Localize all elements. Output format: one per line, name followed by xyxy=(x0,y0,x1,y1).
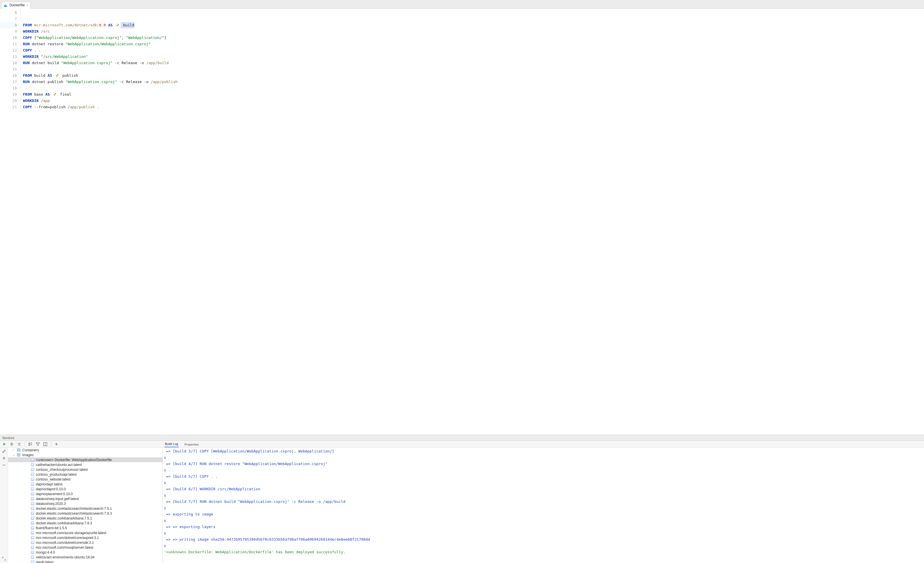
svg-rect-11 xyxy=(30,445,32,445)
image-item[interactable]: mongo:4.4.0 xyxy=(8,550,162,555)
image-icon xyxy=(31,473,34,476)
svg-rect-0 xyxy=(4,5,5,6)
image-item[interactable]: nektos/act-environments-ubuntu:18.04 xyxy=(8,555,162,560)
hammer-icon xyxy=(53,93,57,96)
image-icon xyxy=(31,458,34,461)
hammer-icon xyxy=(55,73,59,78)
tab-build-log[interactable]: Build Log xyxy=(164,441,179,447)
filter-icon[interactable] xyxy=(35,442,40,447)
image-item[interactable]: docker.elastic.co/elasticsearch/elastics… xyxy=(8,506,162,511)
file-tab-dockerfile[interactable]: Dockerfile × xyxy=(2,2,30,9)
image-item[interactable]: mcr.microsoft.com/dotnet/core/aspnet:3.1 xyxy=(8,535,162,540)
image-item[interactable]: mcr.microsoft.com/mssql/server:latest xyxy=(8,545,162,550)
image-icon xyxy=(31,541,34,544)
image-icon xyxy=(31,478,34,481)
image-icon xyxy=(31,492,34,496)
image-item[interactable]: mcr.microsoft.com/azure-storage/azurite:… xyxy=(8,530,162,535)
image-icon xyxy=(31,536,34,539)
image-item[interactable]: catthehacker/ubuntu:act-latest xyxy=(8,462,162,467)
image-icon xyxy=(31,507,34,510)
image-item[interactable]: docker.elastic.co/kibana/kibana:7.9.3 xyxy=(8,521,162,526)
image-item[interactable]: mcr.microsoft.com/dotnet/core/sdk:3.1 xyxy=(8,540,162,545)
grid-icon xyxy=(17,453,21,457)
editor-code[interactable]: FROM mcr.microsoft.com/dotnet/sdk:6.0 AS… xyxy=(21,9,924,112)
svg-rect-2 xyxy=(6,5,7,6)
image-icon xyxy=(31,497,34,500)
services-panel-title[interactable]: Services xyxy=(0,435,924,441)
svg-rect-5 xyxy=(56,75,57,77)
image-item[interactable]: neo4j:latest xyxy=(8,560,162,563)
docker-file-icon xyxy=(4,3,8,7)
plus-icon[interactable] xyxy=(2,456,7,461)
svg-rect-4 xyxy=(116,25,118,26)
image-item[interactable]: <unknown> Dockerfile: WebApplication/Doc… xyxy=(8,457,162,462)
image-icon xyxy=(31,560,34,563)
image-item[interactable]: docker.elastic.co/elasticsearch/elastics… xyxy=(8,511,162,516)
svg-rect-3 xyxy=(5,4,6,5)
layout-icon[interactable] xyxy=(43,442,48,447)
image-item[interactable]: docker.elastic.co/kibana/kibana:7.5.1 xyxy=(8,516,162,521)
image-icon xyxy=(31,502,34,505)
collapse-all-icon[interactable] xyxy=(16,442,22,447)
close-icon[interactable]: × xyxy=(26,3,28,7)
file-tab-label: Dockerfile xyxy=(9,3,25,7)
code-editor[interactable]: 6789101112131415161718192021 FROM mcr.mi… xyxy=(0,9,924,112)
image-item[interactable]: contoso_website:latest xyxy=(8,477,162,482)
edit-icon[interactable] xyxy=(2,449,7,454)
services-tool-window: Services xyxy=(0,435,924,563)
image-icon xyxy=(31,531,34,535)
image-icon xyxy=(31,556,34,559)
image-item[interactable]: daprio/daprd:0.10.0 xyxy=(8,487,162,491)
image-icon xyxy=(31,468,34,471)
image-icon xyxy=(31,526,34,530)
add-service-icon[interactable] xyxy=(54,442,59,447)
image-icon xyxy=(31,551,34,554)
image-icon xyxy=(31,521,34,525)
svg-rect-6 xyxy=(54,94,55,96)
services-side-toolbar xyxy=(0,448,8,563)
image-item[interactable]: daprio/placement:0.10.0 xyxy=(8,491,162,496)
svg-rect-1 xyxy=(5,5,6,6)
svg-rect-9 xyxy=(28,445,30,446)
image-icon xyxy=(31,482,34,486)
hammer-icon xyxy=(116,23,120,27)
log-tab-strip: Build Log Properties xyxy=(163,441,924,448)
group-by-icon[interactable] xyxy=(28,442,33,447)
tree-node[interactable]: ›Containers xyxy=(8,448,162,452)
image-item[interactable]: fluent/fluent-bit:1.5.5 xyxy=(8,526,162,530)
expand-all-icon[interactable] xyxy=(9,442,14,447)
image-item[interactable]: contoso_checkoutprocessor:latest xyxy=(8,467,162,472)
editor-tab-strip: Dockerfile × xyxy=(0,0,924,9)
svg-rect-8 xyxy=(28,443,30,444)
svg-rect-10 xyxy=(30,443,32,443)
editor-gutter: 6789101112131415161718192021 xyxy=(0,9,21,112)
image-icon xyxy=(31,463,34,466)
services-tree[interactable]: ›Containers⌄Images<unknown> Dockerfile: … xyxy=(8,448,163,563)
grid-icon xyxy=(17,448,21,452)
run-icon[interactable] xyxy=(2,442,7,447)
build-log-output[interactable]: => [build 3/7] COPY [WebApplication/WebA… xyxy=(163,448,924,563)
tab-properties[interactable]: Properties xyxy=(184,442,200,447)
maximize-icon[interactable] xyxy=(2,556,7,561)
image-icon xyxy=(31,546,34,549)
image-item[interactable]: contoso_productsapi:latest xyxy=(8,472,162,477)
minus-icon[interactable] xyxy=(2,463,7,468)
image-item[interactable]: datalust/seq-input-gelf:latest xyxy=(8,496,162,501)
tree-node[interactable]: ⌄Images xyxy=(8,452,162,457)
image-icon xyxy=(31,487,34,491)
image-icon xyxy=(31,512,34,515)
image-item[interactable]: daprio/dapr:latest xyxy=(8,482,162,487)
image-icon xyxy=(31,517,34,520)
image-item[interactable]: datalust/seq:2020.3 xyxy=(8,501,162,506)
